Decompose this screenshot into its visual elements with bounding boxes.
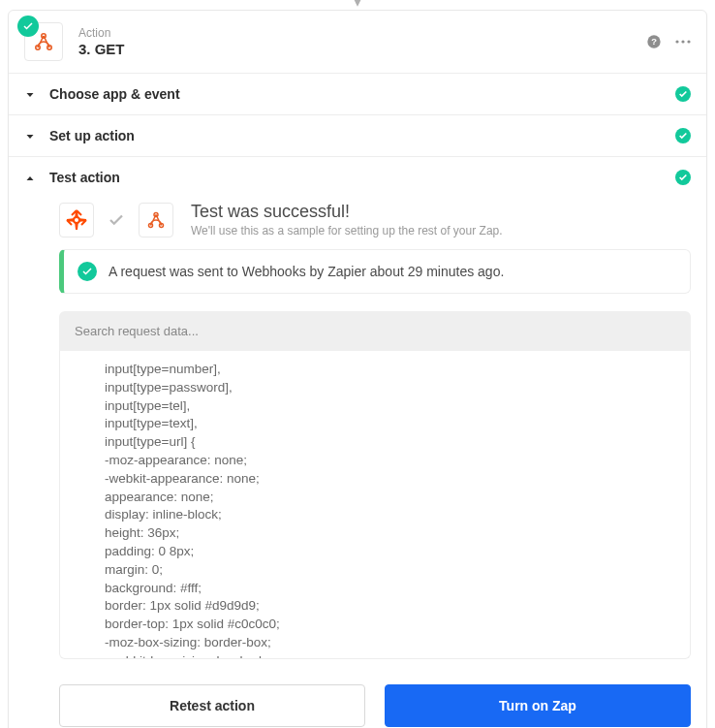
svg-marker-10 <box>27 176 34 180</box>
section-label: Set up action <box>49 128 675 143</box>
notice-text: A request was sent to Webhooks by Zapier… <box>109 264 504 279</box>
response-data-panel[interactable]: input[type=number],input[type=password],… <box>59 351 691 659</box>
chevron-down-icon <box>24 88 36 100</box>
webhook-icon <box>139 203 173 237</box>
svg-point-11 <box>74 217 79 223</box>
response-data-line: appearance: none; <box>105 489 670 507</box>
response-data-line: -moz-box-sizing: border-box; <box>105 634 670 652</box>
svg-marker-8 <box>27 93 34 97</box>
response-data-line: display: inline-block; <box>105 506 670 524</box>
search-box <box>59 311 691 351</box>
section-label: Test action <box>49 170 675 185</box>
chevron-up-icon <box>24 172 36 183</box>
response-data-line: input[type=number], <box>105 361 670 379</box>
card-header: Action 3. GET ? <box>9 11 706 73</box>
search-input[interactable] <box>73 323 677 339</box>
check-icon <box>108 211 125 229</box>
turn-on-zap-button[interactable]: Turn on Zap <box>385 684 691 727</box>
section-setup-action[interactable]: Set up action <box>9 114 706 156</box>
response-data-line: input[type=password], <box>105 379 670 397</box>
help-icon[interactable]: ? <box>646 34 662 49</box>
response-data-line: -webkit-appearance: none; <box>105 470 670 489</box>
response-data-line: input[type=text], <box>105 415 670 433</box>
response-data-line: background: #fff; <box>105 580 670 598</box>
status-complete-icon <box>675 170 691 185</box>
connector-arrow-icon: ▾ <box>354 0 361 10</box>
svg-marker-9 <box>27 135 34 139</box>
check-circle-icon <box>78 262 97 281</box>
result-subtitle: We'll use this as a sample for setting u… <box>191 224 503 237</box>
chevron-down-icon <box>24 130 36 142</box>
response-data-line: margin: 0; <box>105 561 670 580</box>
response-data-line: input[type=tel], <box>105 397 670 416</box>
result-title: Test was successful! <box>191 202 503 222</box>
test-action-body: Test was successful! We'll use this as a… <box>9 198 706 728</box>
retest-button[interactable]: Retest action <box>59 684 365 727</box>
more-icon[interactable] <box>675 40 691 44</box>
response-data-line: input[type=url] { <box>105 433 670 452</box>
success-badge <box>17 16 39 37</box>
response-data-line: height: 36px; <box>105 524 670 543</box>
success-notice: A request was sent to Webhooks by Zapier… <box>59 249 691 294</box>
webhook-icon <box>24 22 63 61</box>
status-complete-icon <box>675 128 691 143</box>
action-label: Action <box>78 26 646 40</box>
section-choose-app[interactable]: Choose app & event <box>9 73 706 114</box>
response-data-line: -moz-appearance: none; <box>105 452 670 470</box>
svg-point-5 <box>675 40 678 43</box>
section-label: Choose app & event <box>49 86 675 102</box>
zapier-icon <box>59 203 94 237</box>
response-data-line: -webkit-box-sizing: border-box; <box>105 652 670 659</box>
svg-text:?: ? <box>651 37 657 47</box>
status-complete-icon <box>675 86 691 102</box>
response-data-line: padding: 0 8px; <box>105 543 670 561</box>
response-data-line: border: 1px solid #d9d9d9; <box>105 597 670 616</box>
svg-point-7 <box>687 40 690 43</box>
section-test-action[interactable]: Test action <box>9 156 706 198</box>
response-data-line: border-top: 1px solid #c0c0c0; <box>105 616 670 634</box>
action-title: 3. GET <box>78 41 646 57</box>
svg-point-6 <box>681 40 684 43</box>
action-card: Action 3. GET ? Choose app & event Set u… <box>8 10 707 728</box>
